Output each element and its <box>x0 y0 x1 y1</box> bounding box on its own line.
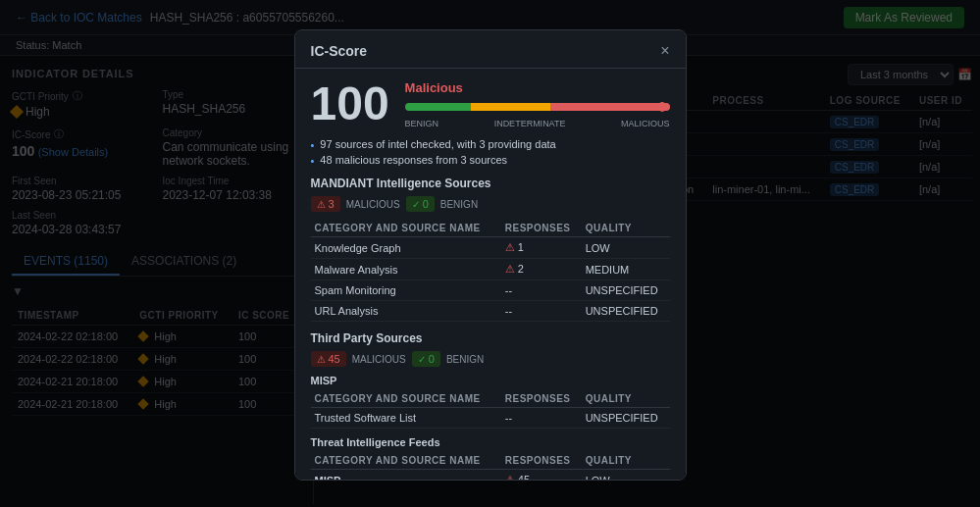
misp-main-name: MISP <box>311 470 501 482</box>
third-party-section-title: Third Party Sources <box>311 331 670 345</box>
mandiant-section-title: MANDIANT Intelligence Sources <box>311 177 670 190</box>
ic-score-modal: IC-Score × 100 Malicious BENIGN INDETERM… <box>294 29 687 481</box>
src-quality: LOW <box>582 237 670 259</box>
bar-benign-label: BENIGN <box>405 119 439 128</box>
warn-icon-2: ⚠ <box>317 354 326 365</box>
src-name: Spam Monitoring <box>311 280 501 301</box>
misp-trusted-row: Trusted Software List -- UNSPECIFIED <box>311 408 670 429</box>
mandiant-malicious-value: 3 <box>329 198 335 210</box>
src-col-quality: QUALITY <box>582 220 670 237</box>
mandiant-benign-badge: ✓ 0 <box>406 196 435 212</box>
modal-close-button[interactable]: × <box>660 42 669 60</box>
score-bar <box>405 103 670 111</box>
src-name: Malware Analysis <box>311 259 501 280</box>
bullet-1: 97 sources of intel checked, with 3 prov… <box>320 138 555 150</box>
misp-table: CATEGORY AND SOURCE NAME RESPONSES QUALI… <box>311 390 670 429</box>
modal-overlay[interactable]: IC-Score × 100 Malicious BENIGN INDETERM… <box>0 0 980 507</box>
src-name: Knowledge Graph <box>311 237 501 259</box>
misp-col-responses: RESPONSES <box>501 390 582 408</box>
src-quality: MEDIUM <box>582 259 670 280</box>
third-party-benign-badge: ✓ 0 <box>412 351 440 367</box>
list-item: URL Analysis -- UNSPECIFIED <box>311 301 670 322</box>
threat-feeds-label: Threat Intelligence Feeds <box>311 436 670 448</box>
misp-main-responses: ⚠ 45 <box>501 470 582 482</box>
misp-main-quality: LOW <box>582 470 670 482</box>
list-item: Malware Analysis ⚠ 2 MEDIUM <box>311 259 670 280</box>
check-icon-2: ✓ <box>418 354 426 365</box>
threat-feeds-table: CATEGORY AND SOURCE NAME RESPONSES QUALI… <box>311 452 670 481</box>
bullet-2: 48 malicious responses from 3 sources <box>320 154 507 166</box>
third-party-malicious-value: 45 <box>329 353 340 365</box>
mandiant-benign-value: 0 <box>423 198 429 210</box>
third-party-malicious-badge: ⚠ 45 <box>311 351 346 367</box>
src-responses: ⚠ 2 <box>501 259 582 280</box>
third-party-benign-value: 0 <box>429 353 435 365</box>
mandiant-sources-table: CATEGORY AND SOURCE NAME RESPONSES QUALI… <box>311 220 670 322</box>
src-name: URL Analysis <box>311 301 501 322</box>
misp-trusted-name: Trusted Software List <box>311 408 501 429</box>
list-item: Spam Monitoring -- UNSPECIFIED <box>311 280 670 301</box>
bar-malicious-label: MALICIOUS <box>621 119 670 128</box>
bullets-section: • 97 sources of intel checked, with 3 pr… <box>311 138 670 167</box>
src-quality: UNSPECIFIED <box>582 280 670 301</box>
list-item: MISP ⚠ 45 LOW <box>311 470 670 482</box>
score-label: Malicious <box>405 80 670 95</box>
score-number: 100 <box>311 80 389 127</box>
mandiant-malicious-badge: ⚠ 3 <box>311 196 340 212</box>
src-responses: -- <box>501 301 582 322</box>
src-quality: UNSPECIFIED <box>582 301 670 322</box>
src-col-responses: RESPONSES <box>501 220 582 237</box>
check-icon-1: ✓ <box>412 199 420 210</box>
list-item: Knowledge Graph ⚠ 1 LOW <box>311 237 670 259</box>
modal-title: IC-Score <box>311 43 368 59</box>
misp-trusted-responses: -- <box>501 408 582 429</box>
src-responses: -- <box>501 280 582 301</box>
src-responses: ⚠ 1 <box>501 237 582 259</box>
bullet-dot-2: • <box>311 155 315 167</box>
misp-col-name: CATEGORY AND SOURCE NAME <box>311 390 501 408</box>
misp-col-quality: QUALITY <box>582 390 670 408</box>
misp-trusted-quality: UNSPECIFIED <box>582 408 670 429</box>
warn-icon-1: ⚠ <box>317 199 326 210</box>
bullet-dot-1: • <box>311 139 315 151</box>
tif-col-quality: QUALITY <box>582 452 670 470</box>
misp-label: MISP <box>311 375 670 386</box>
bar-indeterminate-label: INDETERMINATE <box>494 119 566 128</box>
src-col-name: CATEGORY AND SOURCE NAME <box>311 220 501 237</box>
tif-col-name: CATEGORY AND SOURCE NAME <box>311 452 501 470</box>
tif-col-responses: RESPONSES <box>501 452 582 470</box>
